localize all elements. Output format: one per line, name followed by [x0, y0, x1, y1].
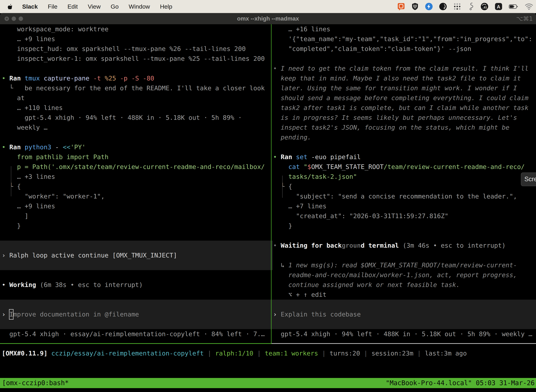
terminal-text: pending.: [273, 134, 311, 141]
terminal-line: [272, 300, 536, 309]
terminal-line: keep that in mind. Maybe I also need the…: [273, 73, 536, 83]
menu-slack[interactable]: Slack: [22, 3, 38, 10]
terminal-text: mprove documentation in @filename: [13, 311, 139, 318]
terminal-text: %25: [105, 75, 120, 82]
terminal-line: └ {: [273, 182, 536, 191]
terminal-line: inspect task2's JSON, focusing on the st…: [273, 123, 536, 132]
ralph-loop-status: › Ralph loop active continue [OMX_TMUX_I…: [0, 250, 273, 260]
window-titlebar[interactable]: omx --xhigh --madmax ⌥⌘1: [0, 13, 536, 24]
terminal-line: continue assigned work or next feasible …: [273, 280, 536, 290]
status-icons: ..61A: [397, 2, 536, 11]
hud-segment: cczip/essay/ai-reimplementation-copyleft: [51, 350, 204, 357]
pane-divider[interactable]: [271, 24, 272, 344]
hud-segment: |: [413, 350, 425, 357]
terminal-text: -80: [143, 75, 154, 82]
menu-file[interactable]: File: [48, 3, 57, 10]
tmux-host-clock: "MacBook-Pro-44.local" 05:03 31-Mar-26: [386, 378, 535, 388]
hud-segment: last:3m ago: [425, 350, 467, 357]
percent-61-icon[interactable]: ..61: [480, 2, 488, 11]
moon-circle-icon[interactable]: [439, 2, 447, 11]
terminal-text: d terminal: [361, 242, 399, 249]
menu-edit[interactable]: Edit: [67, 3, 78, 10]
terminal-text: Waiting for back: [281, 242, 342, 249]
terminal-text: inspect task2's JSON, focusing on the st…: [273, 124, 509, 131]
wifi-icon[interactable]: [525, 2, 533, 11]
prompt-input-left[interactable]: › Improve documentation in @filename: [0, 309, 273, 319]
terminal-line: from pathlib import Path: [2, 152, 273, 162]
terminal-text: ›: [2, 311, 9, 318]
terminal-text: ⌥ + ↑ edit: [273, 291, 326, 298]
terminal-line: … +9 lines: [2, 201, 273, 211]
terminal-text: › Ralph loop active continue [OMX_TMUX_I…: [2, 252, 177, 259]
terminal-line: "created_at": "2026-03-31T11:59:27.816Z": [273, 211, 536, 221]
terminal-text: gpt-5.4 xhigh · essay/ai-reimplementatio…: [2, 330, 265, 338]
letter-a-icon[interactable]: A: [494, 2, 502, 11]
dots-grid-icon[interactable]: [453, 2, 461, 11]
terminal-line: inspect_hud: omx sparkshell --tmux-pane …: [2, 44, 273, 54]
terminal-text: /team/review-current-readme-and-reco/: [384, 163, 525, 170]
terminal-text: … +9 lines: [2, 35, 55, 42]
menu-view[interactable]: View: [88, 3, 100, 10]
terminal-text: 'PY': [70, 144, 86, 151]
terminal-line: ]: [2, 211, 273, 221]
terminal-line: [2, 132, 273, 142]
terminal-text: should send a message before completing …: [273, 94, 528, 102]
window-title: omx --xhigh --madmax: [0, 13, 536, 24]
terminal-text: python3: [25, 144, 55, 151]
terminal-line: └ be necessary for the end of the README…: [2, 83, 273, 93]
squiggle-icon[interactable]: [467, 2, 474, 11]
terminal-text: (6m 38s • esc to interrupt): [36, 281, 143, 288]
terminal-text: inspect_worker-1: omx sparkshell --tmux-…: [2, 55, 265, 62]
terminal-line: • Ran set -euo pipefail: [273, 152, 536, 162]
terminal-text: OMX_TEAM_STATE_ROOT: [311, 163, 384, 170]
terminal-line: gpt-5.4 xhigh · 94% left · 488K in · 5.1…: [2, 113, 273, 123]
chat-bubble-icon[interactable]: [397, 2, 405, 11]
terminal-text: •: [2, 144, 9, 151]
hud-segment: [OMX#0.11.9]: [2, 350, 48, 357]
terminal-text: I need to get the claim token from the c…: [281, 65, 528, 72]
terminal-line: pending.: [273, 132, 536, 142]
terminal-line: [273, 231, 536, 241]
terminal-line: "worker": "worker-1",: [2, 191, 273, 201]
terminal-text: }: [273, 222, 292, 229]
lightning-circle-icon[interactable]: [425, 2, 433, 11]
menu-help[interactable]: Help: [160, 3, 172, 10]
terminal-text: Ran: [9, 144, 25, 151]
terminal-line: '{"team_name":"my-team","task_id":"1","f…: [273, 34, 536, 44]
shield-grid-icon[interactable]: [411, 2, 419, 11]
battery-icon[interactable]: [509, 2, 519, 11]
terminal-text: <<: [63, 144, 70, 151]
terminal-text: '{"team_name":"my-team","task_id":"1","f…: [273, 35, 532, 42]
inactive-pane-border: [272, 343, 536, 344]
terminal-text: •: [273, 153, 281, 160]
terminal-line: [0, 241, 273, 250]
prompt-input-right[interactable]: › Explain this codebase: [272, 309, 536, 319]
terminal-text: └ {: [2, 183, 21, 190]
hud-segment: |: [204, 350, 215, 357]
terminal-text: "subject": "send a concise recommendatio…: [273, 193, 517, 200]
terminal-line: • I need to get the claim token from the…: [273, 64, 536, 73]
indent-guide: [282, 176, 282, 198]
terminal-line: should send a message before completing …: [273, 93, 536, 103]
terminal-pane-right[interactable]: … +16 lines '{"team_name":"my-team","tas…: [272, 24, 536, 344]
menu-window[interactable]: Window: [129, 3, 150, 10]
apple-menu-icon[interactable]: [7, 4, 13, 9]
terminal-text: $: [307, 163, 311, 170]
terminal-text: }: [2, 222, 21, 229]
terminal-line: workspace_mode: worktree: [2, 24, 273, 34]
terminal-pane-left[interactable]: workspace_mode: worktree … +9 lines insp…: [0, 24, 273, 344]
screen: SlackFileEditViewGoWindowHelp ..61A omx …: [0, 0, 536, 392]
active-pane-border: [0, 343, 272, 344]
terminal-text: … +3 lines: [2, 173, 55, 180]
tmux-session-label: [omx-cczip0:bash*: [2, 378, 69, 388]
terminal-text: ]: [2, 212, 29, 219]
terminal-text: tmux: [25, 75, 44, 82]
macos-menu-bar: SlackFileEditViewGoWindowHelp ..61A: [0, 0, 536, 13]
terminal-line: [273, 250, 536, 260]
menu-go[interactable]: Go: [111, 3, 119, 10]
terminal-text: "created_at": "2026-03-31T11:59:27.816Z": [273, 212, 448, 219]
terminal-text: •: [2, 281, 9, 288]
indent-guide: [11, 166, 11, 196]
tooltip-text: Scre: [524, 175, 536, 183]
terminal-window: omx --xhigh --madmax ⌥⌘1 workspace_mode:…: [0, 13, 536, 392]
